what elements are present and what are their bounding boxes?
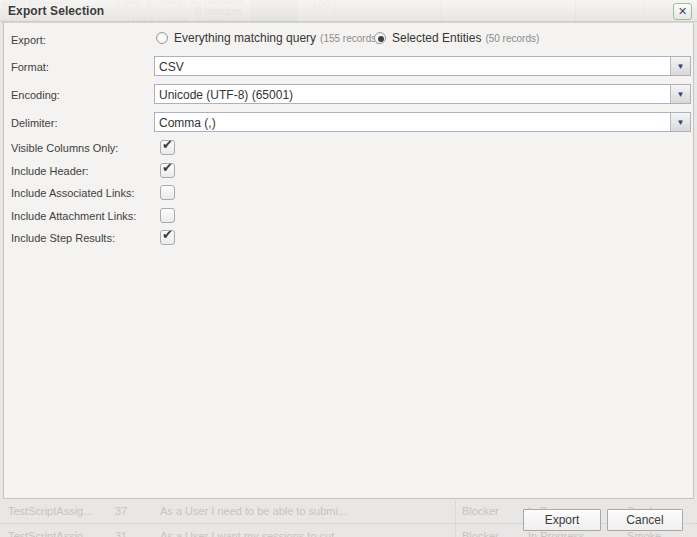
bg-cell-type: Smoke bbox=[627, 530, 661, 537]
bg-cell-desc: As a User I want my sessions to cut... bbox=[160, 530, 343, 537]
include-header-label: Include Header: bbox=[11, 165, 89, 177]
delimiter-select-value: Comma (,) bbox=[155, 113, 670, 131]
delimiter-select[interactable]: Comma (,) ▼ bbox=[154, 112, 691, 132]
radio-label: Selected Entities bbox=[392, 31, 481, 45]
include-header-checkbox[interactable]: ✔ bbox=[160, 163, 175, 178]
encoding-label: Encoding: bbox=[11, 89, 60, 101]
close-icon: ✕ bbox=[678, 5, 687, 17]
bg-cell-number: 31 bbox=[115, 530, 127, 537]
export-selection-screen: ginal Estimate 1 day, 2 hours, 55 minute… bbox=[0, 0, 697, 537]
include-associated-links-label: Include Associated Links: bbox=[11, 187, 135, 199]
radio-label: Everything matching query bbox=[174, 31, 316, 45]
format-label: Format: bbox=[11, 61, 49, 73]
cancel-button[interactable]: Cancel bbox=[607, 509, 683, 531]
dialog-title: Export Selection bbox=[0, 0, 697, 18]
bg-cell-severity: Blocker bbox=[462, 505, 499, 517]
visible-columns-only-checkbox[interactable]: ✔ bbox=[160, 140, 175, 155]
export-button[interactable]: Export bbox=[523, 509, 601, 531]
bg-column-line bbox=[455, 500, 456, 537]
check-icon: ✔ bbox=[162, 137, 173, 152]
include-step-results-label: Include Step Results: bbox=[11, 232, 115, 244]
bg-cell-id: TestScriptAssig... bbox=[8, 530, 92, 537]
include-associated-links-checkbox[interactable] bbox=[160, 185, 175, 200]
radio-selected-entities[interactable]: Selected Entities (50 records) bbox=[374, 31, 539, 45]
bg-cell-status: In Progress bbox=[528, 530, 584, 537]
encoding-select[interactable]: Unicode (UTF-8) (65001) ▼ bbox=[154, 84, 691, 104]
format-select-value: CSV bbox=[155, 57, 670, 75]
visible-columns-only-label: Visible Columns Only: bbox=[11, 142, 118, 154]
chevron-down-icon[interactable]: ▼ bbox=[670, 85, 690, 103]
radio-everything-matching-query[interactable]: Everything matching query (155 records) bbox=[156, 31, 380, 45]
radio-icon bbox=[374, 32, 386, 44]
include-step-results-checkbox[interactable]: ✔ bbox=[160, 230, 175, 245]
bg-cell-desc: As a User I need to be able to submi... bbox=[160, 505, 347, 517]
check-icon: ✔ bbox=[162, 227, 173, 242]
include-attachment-links-label: Include Attachment Links: bbox=[11, 210, 136, 222]
dialog-titlebar: Export Selection bbox=[0, 0, 697, 22]
dialog-body: Export: Everything matching query (155 r… bbox=[3, 22, 694, 499]
encoding-select-value: Unicode (UTF-8) (65001) bbox=[155, 85, 670, 103]
format-select[interactable]: CSV ▼ bbox=[154, 56, 691, 76]
radio-records-note: (50 records) bbox=[485, 33, 539, 44]
bg-cell-number: 37 bbox=[115, 505, 127, 517]
chevron-down-icon[interactable]: ▼ bbox=[670, 113, 690, 131]
delimiter-label: Delimiter: bbox=[11, 117, 57, 129]
bg-cell-id: TestScriptAssig... bbox=[8, 505, 92, 517]
check-icon: ✔ bbox=[162, 160, 173, 175]
close-button[interactable]: ✕ bbox=[673, 3, 692, 20]
chevron-down-icon[interactable]: ▼ bbox=[670, 57, 690, 75]
bg-cell-severity: Blocker bbox=[462, 530, 499, 537]
radio-icon bbox=[156, 32, 168, 44]
radio-records-note: (155 records) bbox=[320, 33, 379, 44]
include-attachment-links-checkbox[interactable] bbox=[160, 208, 175, 223]
export-label: Export: bbox=[11, 34, 46, 46]
